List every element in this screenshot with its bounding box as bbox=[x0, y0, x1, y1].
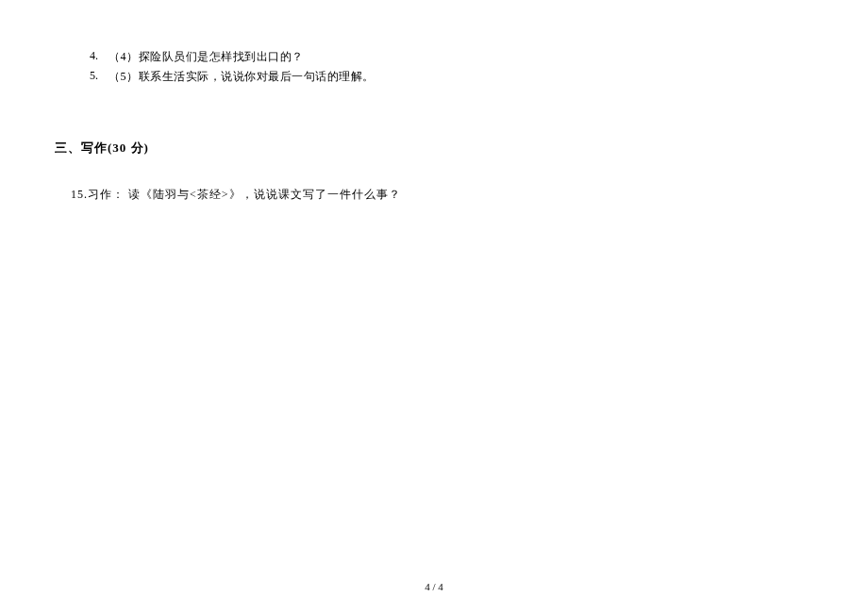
question-item-5: 5. （5）联系生活实际，说说你对最后一句话的理解。 bbox=[0, 69, 868, 85]
exercise-item: 15.习作： 读《陆羽与<茶经>》，说说课文写了一件什么事？ bbox=[0, 187, 868, 203]
section-heading: 三、写作(30 分) bbox=[0, 140, 868, 157]
question-item-4: 4. （4）探险队员们是怎样找到出口的？ bbox=[0, 49, 868, 65]
question-text: （5）联系生活实际，说说你对最后一句话的理解。 bbox=[108, 69, 868, 85]
question-number: 5. bbox=[90, 69, 108, 85]
page-footer: 4 / 4 bbox=[0, 581, 868, 592]
question-number: 4. bbox=[90, 49, 108, 65]
question-text: （4）探险队员们是怎样找到出口的？ bbox=[108, 49, 868, 65]
